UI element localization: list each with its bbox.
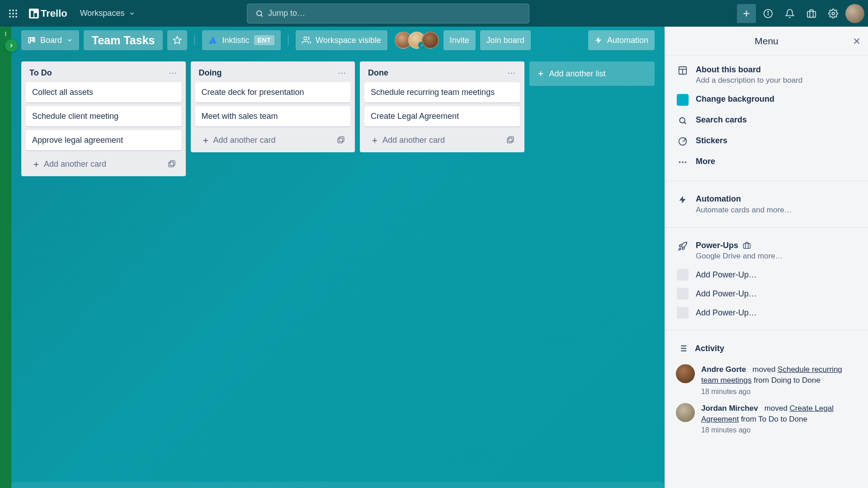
- menu-search-label: Search cards: [696, 115, 747, 125]
- svg-point-22: [304, 37, 307, 40]
- menu-add-powerup[interactable]: Add Power-Up…: [676, 303, 857, 322]
- list-title[interactable]: Doing: [199, 68, 222, 78]
- create-button[interactable]: [737, 4, 756, 23]
- board-view-label: Board: [40, 36, 62, 45]
- card-template-button[interactable]: [165, 158, 179, 171]
- background-swatch-icon: [677, 94, 689, 106]
- info-icon: [763, 9, 773, 19]
- join-label: Join board: [486, 36, 524, 45]
- activity-avatar[interactable]: [676, 403, 695, 422]
- topbar: Trello Workspaces Jump to…: [0, 0, 868, 27]
- svg-point-6: [9, 16, 11, 18]
- card[interactable]: Create deck for presentation: [195, 82, 351, 103]
- svg-line-43: [684, 122, 686, 124]
- menu-stickers-label: Stickers: [696, 136, 727, 146]
- trello-logo-text: Trello: [41, 8, 67, 19]
- divider: [288, 35, 288, 45]
- card[interactable]: Schedule recurring team meetings: [364, 82, 520, 103]
- notifications-button[interactable]: [780, 4, 799, 23]
- trello-logo[interactable]: Trello: [25, 8, 71, 19]
- user-avatar[interactable]: [845, 4, 864, 23]
- search-input[interactable]: Jump to…: [247, 4, 529, 23]
- svg-rect-33: [507, 138, 512, 143]
- workspace-initial: I: [5, 30, 7, 38]
- card[interactable]: Meet with sales team: [195, 106, 351, 127]
- menu-add-powerup[interactable]: Add Power-Up…: [676, 284, 857, 303]
- atlassian-icon: [208, 36, 217, 45]
- svg-rect-18: [28, 38, 30, 43]
- workspaces-label: Workspaces: [80, 9, 125, 18]
- card[interactable]: Schedule client meeting: [26, 106, 181, 127]
- menu-search-cards[interactable]: Search cards: [676, 110, 857, 131]
- svg-point-46: [685, 162, 687, 164]
- card[interactable]: Collect all assets: [26, 82, 181, 103]
- board-collection-button[interactable]: [802, 4, 821, 23]
- menu-powerups-sub: Google Drive and more…: [696, 252, 783, 261]
- join-board-button[interactable]: Join board: [480, 30, 531, 50]
- board-name[interactable]: Team Tasks: [84, 30, 163, 50]
- search-icon: [677, 115, 689, 127]
- card[interactable]: Create Legal Agreement: [364, 106, 520, 127]
- list-footer: Add another card: [364, 130, 520, 150]
- svg-point-9: [257, 11, 262, 16]
- search-placeholder: Jump to…: [268, 9, 305, 18]
- menu-change-background[interactable]: Change background: [676, 89, 857, 110]
- menu-activity-header: Activity: [676, 339, 857, 361]
- chevron-right-icon: [8, 42, 14, 49]
- invite-button[interactable]: Invite: [443, 30, 476, 50]
- menu-body: About this board Add a description to yo…: [665, 56, 868, 488]
- card[interactable]: Approve legal agreement: [26, 130, 181, 150]
- close-menu-button[interactable]: [852, 36, 862, 46]
- activity-avatar[interactable]: [676, 364, 695, 383]
- list-title[interactable]: Done: [368, 68, 388, 78]
- activity-text: Andre Gorte moved Schedule recurring tea…: [701, 364, 857, 386]
- settings-button[interactable]: [824, 4, 843, 23]
- svg-point-5: [15, 13, 17, 14]
- workspaces-dropdown[interactable]: Workspaces: [74, 4, 142, 23]
- divider: [665, 227, 868, 228]
- workspace-org-pill[interactable]: Inktistic ENT: [202, 30, 281, 50]
- add-powerup-label: Add Power-Up…: [696, 308, 757, 318]
- card-template-button[interactable]: [504, 134, 517, 147]
- board-members[interactable]: »: [395, 32, 439, 49]
- menu-powerups[interactable]: Power-Ups Google Drive and more…: [676, 236, 857, 265]
- add-powerup-label: Add Power-Up…: [696, 270, 757, 280]
- workspace-visibility-button[interactable]: Workspace visible: [296, 30, 387, 50]
- list-menu-button[interactable]: ⋯: [169, 68, 178, 78]
- main: I Board Team Tasks Inktistic ENT: [0, 27, 868, 488]
- add-card-button[interactable]: Add another card: [367, 133, 504, 148]
- list-menu-button[interactable]: ⋯: [338, 68, 347, 78]
- menu-add-powerup[interactable]: Add Power-Up…: [676, 265, 857, 284]
- menu-automation[interactable]: Automation Automate cards and more…: [676, 189, 857, 219]
- topbar-right: [737, 4, 864, 23]
- svg-point-3: [9, 13, 11, 14]
- svg-rect-47: [744, 244, 750, 249]
- info-button[interactable]: [759, 4, 778, 23]
- expand-sidebar-button[interactable]: [5, 39, 18, 52]
- star-icon: [173, 36, 182, 45]
- add-card-button[interactable]: Add another card: [198, 133, 335, 148]
- menu-bg-label: Change background: [696, 94, 774, 104]
- rocket-icon: [677, 240, 689, 252]
- bolt-icon: [594, 36, 603, 44]
- board-view-switcher[interactable]: Board: [21, 30, 79, 50]
- svg-rect-30: [339, 136, 344, 141]
- menu-more[interactable]: More: [676, 152, 857, 173]
- menu-stickers[interactable]: Stickers: [676, 131, 857, 152]
- horizontal-scrollbar[interactable]: [11, 482, 665, 488]
- list-menu-button[interactable]: ⋯: [507, 68, 516, 78]
- add-card-button[interactable]: Add another card: [28, 157, 165, 172]
- list-title[interactable]: To Do: [29, 68, 52, 78]
- lists-container: To Do ⋯ Collect all assetsSchedule clien…: [11, 54, 665, 488]
- invite-label: Invite: [450, 36, 469, 45]
- automation-button[interactable]: Automation: [588, 30, 655, 50]
- add-list-label: Add another list: [549, 69, 606, 79]
- card-template-button[interactable]: [334, 134, 348, 147]
- svg-point-45: [682, 162, 684, 164]
- member-avatar[interactable]: [422, 32, 439, 49]
- apps-switcher-icon[interactable]: [4, 4, 23, 23]
- menu-about-board[interactable]: About this board Add a description to yo…: [676, 60, 857, 89]
- activity-text: Jordan Mirchev moved Create Legal Agreem…: [701, 403, 857, 425]
- star-board-button[interactable]: [167, 30, 187, 50]
- add-list-button[interactable]: Add another list: [529, 61, 655, 86]
